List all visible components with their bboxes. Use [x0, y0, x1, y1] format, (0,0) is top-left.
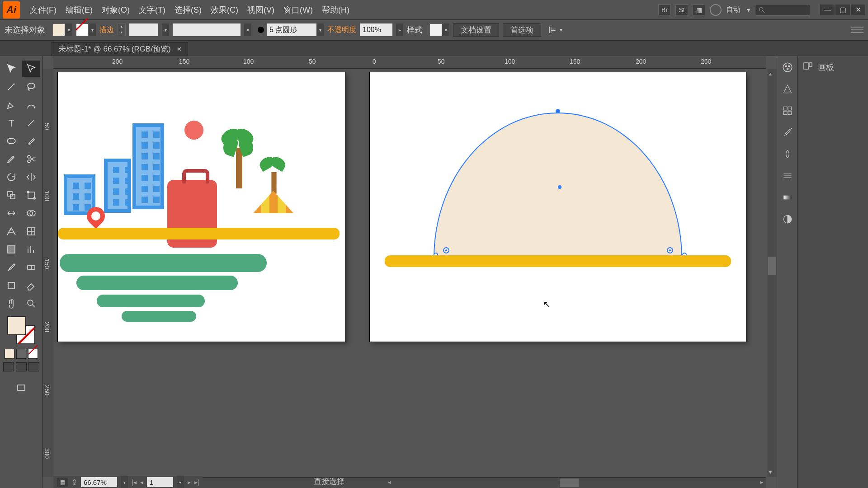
- preferences-button[interactable]: 首选项: [503, 23, 541, 37]
- last-artboard-button[interactable]: ▸|: [194, 479, 199, 486]
- graphic-style[interactable]: ▾: [429, 23, 449, 36]
- arrange-documents-button[interactable]: ▦: [693, 5, 705, 15]
- rotate-tool[interactable]: [2, 169, 20, 185]
- reflect-tool[interactable]: [22, 169, 40, 185]
- screen-full[interactable]: [16, 362, 27, 371]
- opacity-input[interactable]: 100%: [360, 23, 392, 36]
- stroke-panel-icon[interactable]: [781, 169, 794, 183]
- ground-shape[interactable]: [385, 255, 731, 267]
- paintbrush-tool[interactable]: [22, 133, 40, 149]
- opacity-label[interactable]: 不透明度: [327, 25, 356, 35]
- color-guide-panel-icon[interactable]: [781, 82, 794, 96]
- type-tool[interactable]: [2, 115, 20, 131]
- scale-tool[interactable]: [2, 187, 20, 203]
- dome-shape[interactable]: [434, 113, 682, 258]
- ruler-vertical[interactable]: 50 100 150 200 250 300: [42, 69, 53, 477]
- pencil-tool[interactable]: [2, 151, 20, 167]
- horizontal-scroll-thumb[interactable]: [560, 479, 579, 487]
- column-graph-tool[interactable]: [22, 241, 40, 258]
- screen-normal[interactable]: [3, 362, 14, 371]
- align-icon[interactable]: ⊫: [548, 24, 556, 35]
- brush-definition[interactable]: 5 点圆形▾: [255, 23, 324, 36]
- menu-help[interactable]: 帮助(H): [317, 2, 354, 18]
- line-tool[interactable]: [22, 115, 40, 131]
- prev-artboard-button[interactable]: ◂: [140, 479, 143, 486]
- first-artboard-button[interactable]: |◂: [132, 479, 137, 486]
- screen-presentation[interactable]: [28, 362, 39, 371]
- dropdown-icon[interactable]: ▸: [396, 23, 403, 36]
- dropdown-icon[interactable]: ▾: [747, 6, 750, 14]
- swatches-panel-icon[interactable]: [781, 104, 794, 117]
- artboard-number-input[interactable]: 1: [147, 477, 173, 487]
- artboard-tool[interactable]: [2, 277, 20, 294]
- fill-stroke-indicator[interactable]: [7, 316, 35, 344]
- search-input[interactable]: [755, 4, 810, 16]
- magic-wand-tool[interactable]: [2, 79, 20, 95]
- control-bar-menu-icon[interactable]: [851, 26, 863, 34]
- color-panel-icon[interactable]: [781, 61, 794, 74]
- stroke-label[interactable]: 描边: [99, 25, 114, 35]
- dropdown-icon[interactable]: ▾: [560, 27, 562, 33]
- dropdown-icon[interactable]: ▾: [244, 23, 251, 36]
- menu-object[interactable]: 对象(O): [97, 2, 134, 18]
- width-tool[interactable]: [2, 205, 20, 221]
- fill-color-swatch[interactable]: ▾: [52, 23, 72, 36]
- curvature-tool[interactable]: [22, 97, 40, 113]
- lasso-tool[interactable]: [22, 79, 40, 95]
- close-button[interactable]: ✕: [851, 5, 865, 15]
- bridge-button[interactable]: Br: [658, 5, 671, 15]
- selection-tool[interactable]: [2, 61, 20, 77]
- fill-indicator[interactable]: [7, 316, 26, 335]
- artboards-panel-icon[interactable]: [802, 61, 813, 74]
- color-mode-none[interactable]: [28, 349, 38, 359]
- menu-file[interactable]: 文件(F): [25, 2, 61, 18]
- color-mode-gradient[interactable]: [16, 349, 26, 359]
- eyedropper-tool[interactable]: [2, 259, 20, 276]
- blend-tool[interactable]: [22, 259, 40, 276]
- export-icon[interactable]: ⇪: [71, 478, 77, 487]
- variable-width-profile[interactable]: [173, 23, 241, 36]
- anchor-point-top[interactable]: [556, 109, 560, 113]
- ruler-horizontal[interactable]: 200 150 100 50 0 50 100 150 200 250: [53, 56, 766, 69]
- menu-effect[interactable]: 效果(C): [206, 2, 243, 18]
- sync-icon[interactable]: [710, 4, 722, 16]
- zoom-tool[interactable]: [22, 296, 40, 312]
- scissors-tool[interactable]: [22, 151, 40, 167]
- scroll-down-icon[interactable]: ▾: [769, 469, 772, 475]
- vertical-scroll-thumb[interactable]: [768, 257, 776, 275]
- perspective-grid-tool[interactable]: [2, 223, 20, 239]
- mesh-tool[interactable]: [22, 223, 40, 239]
- menu-select[interactable]: 选择(S): [170, 2, 206, 18]
- menu-window[interactable]: 窗口(W): [279, 2, 317, 18]
- stroke-color-swatch[interactable]: ▾: [76, 23, 96, 36]
- canvas[interactable]: ↖: [53, 69, 766, 477]
- artboard-1[interactable]: [58, 72, 345, 342]
- gradient-panel-icon[interactable]: [781, 191, 794, 204]
- scroll-right-icon[interactable]: ▸: [760, 479, 763, 485]
- document-tab-close[interactable]: ×: [177, 45, 181, 53]
- stock-button[interactable]: St: [675, 5, 688, 15]
- gradient-tool[interactable]: [2, 241, 20, 258]
- maximize-button[interactable]: ▢: [835, 5, 850, 15]
- symbols-panel-icon[interactable]: [781, 147, 794, 161]
- zoom-level-input[interactable]: 66.67%: [81, 477, 117, 487]
- vertical-scrollbar[interactable]: ▴ ▾: [767, 69, 777, 477]
- screen-mode-button[interactable]: [12, 380, 30, 396]
- menu-type[interactable]: 文字(T): [134, 2, 170, 18]
- ellipse-tool[interactable]: [2, 133, 20, 149]
- workspace-label[interactable]: 自动: [726, 5, 741, 14]
- transparency-panel-icon[interactable]: [781, 212, 794, 226]
- stroke-weight-input[interactable]: [129, 23, 158, 36]
- dropdown-icon[interactable]: ▾: [177, 476, 184, 488]
- document-tab[interactable]: 未标题-1* @ 66.67% (RGB/预览) ×: [52, 42, 188, 56]
- scroll-left-icon[interactable]: ◂: [388, 479, 391, 485]
- gpu-icon[interactable]: ▦: [57, 478, 68, 487]
- stroke-weight-stepper[interactable]: ▴▾: [118, 23, 126, 36]
- artboards-panel-label[interactable]: 画板: [818, 62, 834, 73]
- shape-builder-tool[interactable]: [22, 205, 40, 221]
- minimize-button[interactable]: —: [820, 5, 835, 15]
- dropdown-icon[interactable]: ▾: [162, 23, 169, 36]
- dropdown-icon[interactable]: ▾: [121, 476, 128, 488]
- eraser-tool[interactable]: [22, 277, 40, 294]
- pen-tool[interactable]: [2, 97, 20, 113]
